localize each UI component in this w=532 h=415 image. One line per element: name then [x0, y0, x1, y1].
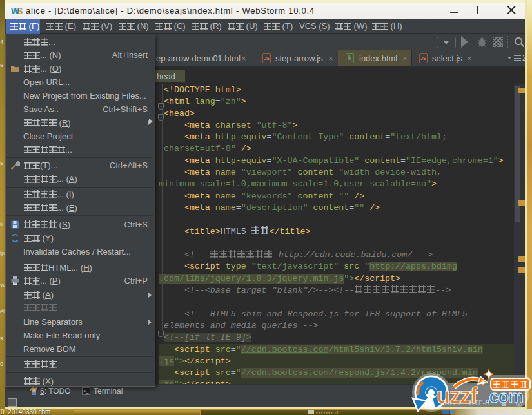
svg-text:uzzf: uzzf: [437, 383, 478, 408]
